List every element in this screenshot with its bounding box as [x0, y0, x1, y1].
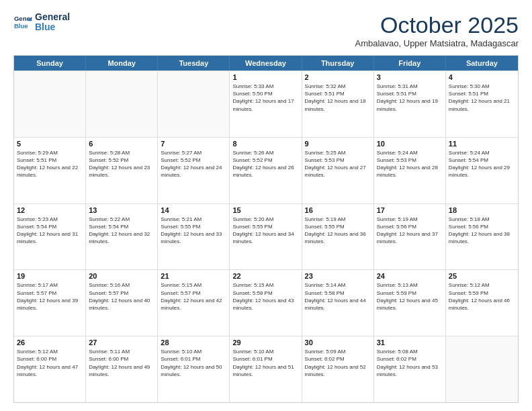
day-number: 28	[161, 338, 226, 347]
cal-cell-day-14: 14Sunrise: 5:21 AM Sunset: 5:55 PM Dayli…	[158, 204, 230, 270]
logo-icon: General Blue	[13, 13, 32, 32]
day-number: 14	[161, 206, 226, 214]
day-number: 24	[377, 272, 443, 280]
logo-blue-text: Blue	[35, 22, 70, 32]
cal-cell-day-4: 4Sunrise: 5:30 AM Sunset: 5:51 PM Daylig…	[446, 71, 518, 137]
day-number: 18	[449, 206, 515, 214]
title-block: October 2025 Ambalavao, Upper Matsiatra,…	[355, 12, 519, 48]
calendar-body: 1Sunrise: 5:33 AM Sunset: 5:50 PM Daylig…	[14, 71, 518, 402]
weekday-header-friday: Friday	[374, 56, 446, 71]
cal-row-4: 26Sunrise: 5:12 AM Sunset: 6:00 PM Dayli…	[14, 336, 518, 402]
cell-info: Sunrise: 5:15 AM Sunset: 5:58 PM Dayligh…	[232, 281, 298, 312]
cell-info: Sunrise: 5:31 AM Sunset: 5:51 PM Dayligh…	[377, 83, 443, 113]
cell-info: Sunrise: 5:18 AM Sunset: 5:56 PM Dayligh…	[449, 216, 515, 246]
cal-cell-day-25: 25Sunrise: 5:12 AM Sunset: 5:59 PM Dayli…	[446, 270, 518, 336]
day-number: 8	[232, 140, 298, 148]
day-number: 9	[305, 140, 371, 148]
cal-cell-day-26: 26Sunrise: 5:12 AM Sunset: 6:00 PM Dayli…	[14, 336, 86, 402]
cell-info: Sunrise: 5:10 AM Sunset: 6:01 PM Dayligh…	[161, 348, 226, 378]
day-number: 5	[17, 140, 83, 148]
cell-info: Sunrise: 5:28 AM Sunset: 5:52 PM Dayligh…	[89, 149, 154, 179]
cell-info: Sunrise: 5:15 AM Sunset: 5:57 PM Dayligh…	[161, 281, 226, 312]
svg-text:Blue: Blue	[14, 22, 28, 30]
day-number: 12	[17, 206, 83, 214]
cell-info: Sunrise: 5:23 AM Sunset: 5:54 PM Dayligh…	[17, 216, 83, 246]
cell-info: Sunrise: 5:08 AM Sunset: 6:02 PM Dayligh…	[377, 348, 443, 378]
day-number: 26	[17, 338, 83, 347]
cal-cell-day-30: 30Sunrise: 5:09 AM Sunset: 6:02 PM Dayli…	[302, 336, 374, 402]
cal-row-3: 19Sunrise: 5:17 AM Sunset: 5:57 PM Dayli…	[14, 269, 518, 336]
cal-cell-day-19: 19Sunrise: 5:17 AM Sunset: 5:57 PM Dayli…	[14, 270, 86, 336]
day-number: 30	[305, 338, 371, 347]
cal-cell-day-31: 31Sunrise: 5:08 AM Sunset: 6:02 PM Dayli…	[374, 336, 446, 402]
cal-cell-day-16: 16Sunrise: 5:19 AM Sunset: 5:55 PM Dayli…	[302, 204, 374, 270]
cell-info: Sunrise: 5:14 AM Sunset: 5:58 PM Dayligh…	[305, 281, 371, 312]
cell-info: Sunrise: 5:16 AM Sunset: 5:57 PM Dayligh…	[89, 281, 154, 312]
cell-info: Sunrise: 5:10 AM Sunset: 6:01 PM Dayligh…	[232, 348, 298, 378]
cal-cell-day-3: 3Sunrise: 5:31 AM Sunset: 5:51 PM Daylig…	[374, 71, 446, 137]
cal-cell-day-5: 5Sunrise: 5:29 AM Sunset: 5:51 PM Daylig…	[14, 138, 86, 203]
cal-cell-day-24: 24Sunrise: 5:13 AM Sunset: 5:59 PM Dayli…	[374, 270, 446, 336]
cal-cell-day-12: 12Sunrise: 5:23 AM Sunset: 5:54 PM Dayli…	[14, 204, 86, 270]
day-number: 10	[377, 140, 443, 148]
month-title: October 2025	[355, 12, 519, 38]
day-number: 25	[449, 272, 515, 280]
day-number: 29	[232, 338, 298, 347]
cal-cell-day-13: 13Sunrise: 5:22 AM Sunset: 5:54 PM Dayli…	[86, 204, 158, 270]
cal-cell-day-29: 29Sunrise: 5:10 AM Sunset: 6:01 PM Dayli…	[230, 336, 302, 402]
cell-info: Sunrise: 5:19 AM Sunset: 5:55 PM Dayligh…	[305, 216, 371, 246]
cell-info: Sunrise: 5:27 AM Sunset: 5:52 PM Dayligh…	[161, 149, 226, 179]
cell-info: Sunrise: 5:11 AM Sunset: 6:00 PM Dayligh…	[89, 348, 154, 378]
cal-cell-day-15: 15Sunrise: 5:20 AM Sunset: 5:55 PM Dayli…	[230, 204, 302, 270]
location-title: Ambalavao, Upper Matsiatra, Madagascar	[355, 38, 519, 48]
cell-info: Sunrise: 5:12 AM Sunset: 6:00 PM Dayligh…	[17, 348, 83, 378]
weekday-header-sunday: Sunday	[14, 56, 86, 71]
logo: General Blue General Blue	[13, 12, 70, 33]
cal-cell-day-9: 9Sunrise: 5:25 AM Sunset: 5:53 PM Daylig…	[302, 138, 374, 203]
cal-cell-day-6: 6Sunrise: 5:28 AM Sunset: 5:52 PM Daylig…	[86, 138, 158, 203]
page: General Blue General Blue October 2025 A…	[0, 0, 532, 411]
cal-cell-empty	[86, 71, 158, 137]
cal-cell-day-11: 11Sunrise: 5:24 AM Sunset: 5:54 PM Dayli…	[446, 138, 518, 203]
weekday-header-saturday: Saturday	[446, 56, 518, 71]
day-number: 11	[449, 140, 515, 148]
weekday-header-monday: Monday	[86, 56, 158, 71]
cal-cell-day-1: 1Sunrise: 5:33 AM Sunset: 5:50 PM Daylig…	[230, 71, 302, 137]
cal-cell-day-18: 18Sunrise: 5:18 AM Sunset: 5:56 PM Dayli…	[446, 204, 518, 270]
cell-info: Sunrise: 5:19 AM Sunset: 5:56 PM Dayligh…	[377, 216, 443, 246]
day-number: 7	[161, 140, 226, 148]
cell-info: Sunrise: 5:21 AM Sunset: 5:55 PM Dayligh…	[161, 216, 226, 246]
cal-cell-day-2: 2Sunrise: 5:32 AM Sunset: 5:51 PM Daylig…	[302, 71, 374, 137]
cal-cell-day-8: 8Sunrise: 5:26 AM Sunset: 5:52 PM Daylig…	[230, 138, 302, 203]
cal-cell-day-7: 7Sunrise: 5:27 AM Sunset: 5:52 PM Daylig…	[158, 138, 230, 203]
day-number: 6	[89, 140, 154, 148]
logo-general-text: General	[35, 12, 70, 22]
cell-info: Sunrise: 5:22 AM Sunset: 5:54 PM Dayligh…	[89, 216, 154, 246]
header: General Blue General Blue October 2025 A…	[13, 12, 519, 48]
cell-info: Sunrise: 5:17 AM Sunset: 5:57 PM Dayligh…	[17, 281, 83, 312]
day-number: 16	[305, 206, 371, 214]
cal-row-1: 5Sunrise: 5:29 AM Sunset: 5:51 PM Daylig…	[14, 137, 518, 203]
weekday-header-thursday: Thursday	[302, 56, 374, 71]
day-number: 22	[232, 272, 298, 280]
cell-info: Sunrise: 5:20 AM Sunset: 5:55 PM Dayligh…	[232, 216, 298, 246]
cell-info: Sunrise: 5:24 AM Sunset: 5:54 PM Dayligh…	[449, 149, 515, 179]
cell-info: Sunrise: 5:25 AM Sunset: 5:53 PM Dayligh…	[305, 149, 371, 179]
cal-cell-day-27: 27Sunrise: 5:11 AM Sunset: 6:00 PM Dayli…	[86, 336, 158, 402]
day-number: 23	[305, 272, 371, 280]
cal-cell-day-28: 28Sunrise: 5:10 AM Sunset: 6:01 PM Dayli…	[158, 336, 230, 402]
day-number: 31	[377, 338, 443, 347]
cell-info: Sunrise: 5:30 AM Sunset: 5:51 PM Dayligh…	[449, 83, 515, 113]
day-number: 19	[17, 272, 83, 280]
day-number: 27	[89, 338, 154, 347]
calendar: SundayMondayTuesdayWednesdayThursdayFrid…	[13, 55, 519, 403]
cal-cell-day-23: 23Sunrise: 5:14 AM Sunset: 5:58 PM Dayli…	[302, 270, 374, 336]
cell-info: Sunrise: 5:26 AM Sunset: 5:52 PM Dayligh…	[232, 149, 298, 179]
day-number: 2	[305, 73, 371, 81]
cell-info: Sunrise: 5:12 AM Sunset: 5:59 PM Dayligh…	[449, 281, 515, 312]
day-number: 4	[449, 73, 515, 81]
cal-row-0: 1Sunrise: 5:33 AM Sunset: 5:50 PM Daylig…	[14, 71, 518, 137]
cell-info: Sunrise: 5:24 AM Sunset: 5:53 PM Dayligh…	[377, 149, 443, 179]
cal-cell-day-21: 21Sunrise: 5:15 AM Sunset: 5:57 PM Dayli…	[158, 270, 230, 336]
cell-info: Sunrise: 5:09 AM Sunset: 6:02 PM Dayligh…	[305, 348, 371, 378]
